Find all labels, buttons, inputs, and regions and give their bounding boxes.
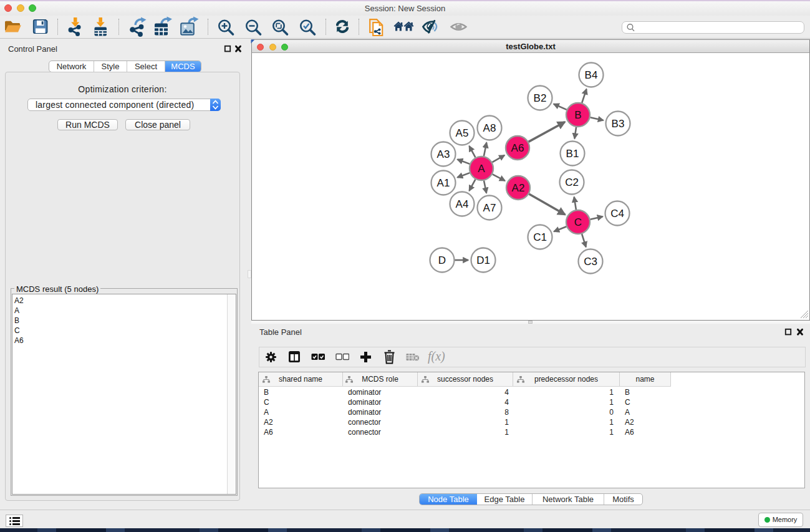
svg-text:B1: B1 — [566, 148, 579, 160]
svg-text:B4: B4 — [585, 69, 598, 81]
svg-text:C: C — [574, 216, 582, 228]
svg-text:A2: A2 — [512, 182, 525, 194]
svg-text:C1: C1 — [533, 231, 547, 243]
svg-text:A1: A1 — [437, 177, 450, 189]
svg-text:C2: C2 — [565, 177, 579, 188]
svg-text:B3: B3 — [612, 118, 625, 130]
svg-text:B: B — [574, 109, 581, 121]
svg-text:A7: A7 — [483, 202, 496, 214]
svg-text:B2: B2 — [534, 92, 547, 104]
svg-text:D: D — [438, 254, 446, 266]
svg-text:A3: A3 — [437, 148, 450, 160]
svg-text:A8: A8 — [483, 122, 496, 134]
svg-text:C3: C3 — [584, 256, 597, 268]
svg-text:A4: A4 — [456, 198, 469, 210]
svg-text:C4: C4 — [610, 208, 624, 220]
svg-text:A6: A6 — [511, 142, 524, 154]
svg-text:A: A — [478, 163, 485, 175]
svg-text:D1: D1 — [476, 254, 490, 266]
svg-text:A5: A5 — [456, 127, 469, 139]
